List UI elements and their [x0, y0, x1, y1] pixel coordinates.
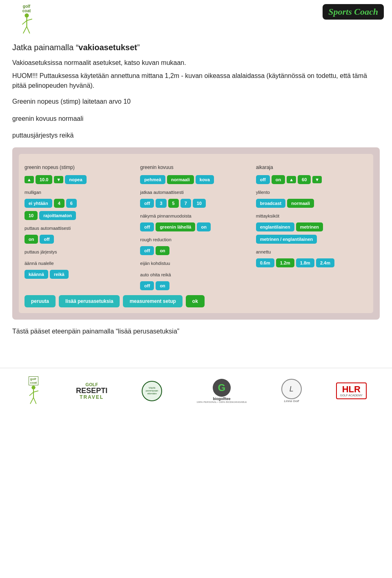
puttaus-auto-on[interactable]: on — [24, 235, 38, 244]
jatkaa-10[interactable]: 10 — [193, 199, 206, 208]
mulligan-btn0[interactable]: ei yhtään — [24, 199, 52, 208]
auto-ohita-label: auto ohita reikä — [140, 272, 252, 277]
annettu-12[interactable]: 1.2m — [276, 258, 294, 267]
aikaraja-num[interactable]: 60 — [298, 175, 311, 184]
resepti-travel-text: TRAVEL — [80, 394, 104, 400]
huom-text: HUOM!!! Puttauksessa käytetään annettuna… — [12, 71, 380, 91]
puttaus-jarj-label: puttaus järjestys — [24, 249, 136, 254]
ylilento-broadcast[interactable]: broadcast — [256, 199, 286, 208]
col-aikaraja: aikaraja off on ▲ 60 ▼ ylilento broadcas… — [256, 165, 368, 290]
auto-ohita-on[interactable]: on — [156, 281, 169, 290]
kaanna-row: käännä reikä — [24, 270, 136, 279]
rajoitt-btn0[interactable]: 10 — [24, 211, 38, 220]
finland-circle: Väyliä parempaan elämään — [142, 381, 162, 401]
ylilento-label: ylilento — [256, 190, 368, 195]
stimp-down-btn[interactable]: ▼ — [54, 176, 63, 183]
mulligan-row: ei yhtään 4 6 — [24, 199, 136, 208]
kohdis-label: eijän kohdistuu — [140, 261, 252, 266]
inner-screen: greenin nopeus (stimp) ▲ 10.0 ▼ nopea mu… — [19, 154, 373, 313]
aikaraja-off[interactable]: off — [256, 175, 270, 184]
jatkaa-5[interactable]: 5 — [168, 199, 179, 208]
kovuus-kova[interactable]: kova — [196, 175, 214, 184]
aikaraja-on[interactable]: on — [272, 175, 285, 184]
bio-g: G — [218, 382, 226, 393]
annettu-24[interactable]: 2.4m — [316, 258, 334, 267]
aikaraja-up[interactable]: ▲ — [287, 176, 296, 183]
col2-title: greenin kovuus — [140, 165, 252, 170]
puttaus-auto-row: on off — [24, 235, 136, 244]
rough-on[interactable]: on — [156, 246, 169, 255]
stimp-up-btn[interactable]: ▲ — [24, 176, 34, 183]
footer-linna: L Linna Golf — [281, 379, 302, 403]
svg-line-10 — [30, 398, 33, 404]
golf-coat-logo-text: golfcoat — [22, 4, 31, 13]
rajoitt-btn1[interactable]: rajoittamaton — [39, 211, 76, 220]
rough-off[interactable]: off — [140, 246, 154, 255]
measurement-btn[interactable]: measurement setup — [123, 295, 182, 307]
annettu-06[interactable]: 0.6m — [256, 258, 274, 267]
footer-hlr: HLR GOLF ACADEMY — [336, 382, 367, 399]
footer-biogolftee: G biogolftee 100% PERSONAL • 100% BIODEG… — [196, 379, 247, 403]
lisaa-perus-btn[interactable]: lisää perusasetuksia — [59, 295, 120, 307]
green-info2: greenin kovuus normaali — [12, 113, 380, 124]
mulligan-label: mulligan — [24, 190, 136, 195]
stimp-value-btn[interactable]: 10.0 — [36, 175, 52, 184]
mittayksikot-label: mittayksiköt — [256, 213, 368, 218]
footer-gc-text: golfcoat — [29, 376, 38, 385]
annettu-row: 0.6m 1.2m 1.8m 2.4m — [256, 258, 368, 267]
footer-resepti: GOLF RESEPTI TRAVEL — [76, 382, 107, 400]
bio-circle: G — [213, 379, 231, 397]
nakkyma-on[interactable]: on — [197, 222, 210, 231]
rough-row: off on — [140, 246, 252, 255]
footer-finland: Väyliä parempaan elämään — [142, 381, 162, 401]
linna-text: Linna Golf — [284, 399, 298, 403]
jatkaa-row: off 3 5 7 10 — [140, 199, 252, 208]
bio-name: biogolftee — [213, 397, 230, 401]
nakkyma-off[interactable]: off — [140, 222, 154, 231]
golfer-icon — [18, 13, 36, 36]
linna-l: L — [290, 385, 294, 393]
svg-point-0 — [24, 13, 29, 18]
svg-line-11 — [33, 398, 36, 404]
puttaus-auto-label: puttaus automaattisesti — [24, 226, 136, 231]
ok-btn[interactable]: ok — [186, 295, 205, 307]
main-content: Jatka painamalla “vakioasetukset” Vakioa… — [0, 38, 392, 351]
annettu-18[interactable]: 1.8m — [296, 258, 314, 267]
metrinen-eng-btn[interactable]: metrinen / englantilainen — [256, 235, 317, 244]
svg-line-3 — [27, 19, 32, 21]
peruuta-btn[interactable]: peruuta — [24, 295, 56, 307]
annettu-label: annettu — [256, 249, 368, 254]
aannu-label: äännä nualelle — [24, 261, 136, 266]
aikaraja-down[interactable]: ▼ — [312, 176, 322, 183]
green-info3: puttausjärjestys reikä — [12, 130, 380, 141]
rough-label: rough reduction — [140, 237, 252, 242]
puttaus-auto-off[interactable]: off — [40, 235, 53, 244]
mulligan-btn2[interactable]: 6 — [66, 199, 77, 208]
mittayks-metr[interactable]: metrinen — [296, 222, 323, 231]
svg-line-2 — [22, 20, 27, 24]
jatkaa-3[interactable]: 3 — [156, 199, 166, 208]
auto-ohita-off[interactable]: off — [140, 281, 154, 290]
footer-golf-coat: golfcoat — [25, 376, 42, 406]
reika-btn[interactable]: reikä — [50, 270, 69, 279]
col1-title: greenin nopeus (stimp) — [24, 165, 136, 170]
stimp-label-btn[interactable]: nopea — [65, 175, 86, 184]
title-line: Jatka painamalla “vakioasetukset” — [12, 42, 380, 53]
kaanna-btn[interactable]: käännä — [24, 270, 48, 279]
mittayks-eng[interactable]: englantilainen — [256, 222, 294, 231]
jatkaa-label: jatkaa automaattisesti — [140, 190, 252, 195]
kovuus-norm[interactable]: normaali — [167, 175, 194, 184]
linna-circle: L — [281, 379, 302, 399]
jatkaa-off[interactable]: off — [140, 199, 154, 208]
nakkyma-greenin[interactable]: greenin lähellä — [156, 222, 195, 231]
page-header: golfcoat Sports Coach — [0, 0, 392, 38]
sports-coach-text: Sports Coach — [328, 7, 378, 17]
jatkaa-7[interactable]: 7 — [180, 199, 191, 208]
ylilento-normaali[interactable]: normaali — [287, 199, 314, 208]
mulligan-btn1[interactable]: 4 — [54, 199, 65, 208]
ylilento-row: broadcast normaali — [256, 199, 368, 208]
svg-point-6 — [31, 385, 35, 389]
kovuus-row: pehmeä normaali kova — [140, 175, 252, 184]
metrinen-row: metrinen / englantilainen — [256, 235, 368, 244]
kovuus-pehm[interactable]: pehmeä — [140, 175, 165, 184]
